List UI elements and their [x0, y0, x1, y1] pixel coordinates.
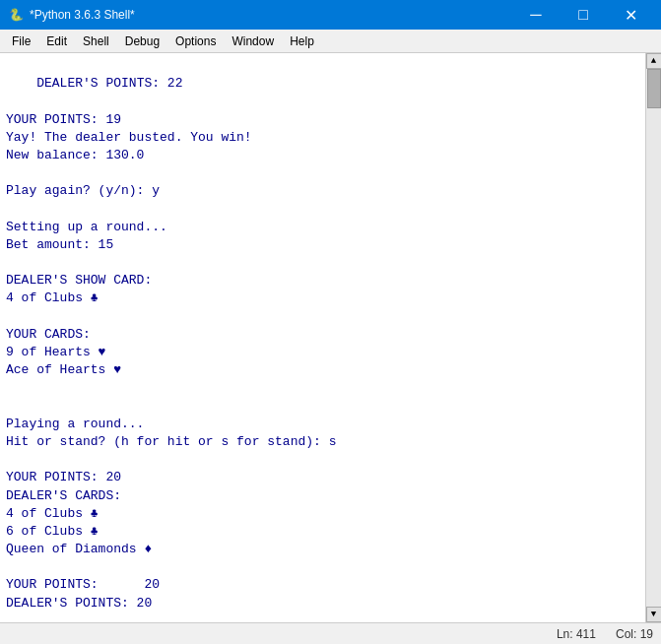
- line-number: Ln: 411: [557, 627, 596, 641]
- shell-output[interactable]: DEALER'S POINTS: 22 YOUR POINTS: 19 Yay!…: [0, 53, 645, 622]
- scroll-track[interactable]: [646, 69, 662, 607]
- window-controls: ─ □ ✕: [513, 3, 653, 27]
- menu-options[interactable]: Options: [167, 32, 224, 50]
- menu-bar: File Edit Shell Debug Options Window Hel…: [0, 30, 661, 53]
- python-icon: 🐍: [8, 7, 24, 23]
- menu-help[interactable]: Help: [282, 32, 322, 50]
- scroll-down-button[interactable]: ▼: [646, 607, 662, 622]
- menu-file[interactable]: File: [4, 32, 38, 50]
- menu-window[interactable]: Window: [224, 32, 282, 50]
- scroll-up-button[interactable]: ▲: [646, 53, 662, 69]
- minimize-button[interactable]: ─: [513, 3, 559, 27]
- window-title: *Python 3.6.3 Shell*: [30, 8, 135, 22]
- scroll-thumb[interactable]: [647, 69, 661, 108]
- title-bar: 🐍 *Python 3.6.3 Shell* ─ □ ✕: [0, 0, 661, 30]
- status-bar: Ln: 411 Col: 19: [0, 622, 661, 644]
- menu-edit[interactable]: Edit: [38, 32, 75, 50]
- menu-shell[interactable]: Shell: [75, 32, 117, 50]
- maximize-button[interactable]: □: [561, 3, 606, 27]
- menu-debug[interactable]: Debug: [117, 32, 167, 50]
- close-button[interactable]: ✕: [608, 3, 653, 27]
- shell-text: DEALER'S POINTS: 22 YOUR POINTS: 19 Yay!…: [6, 76, 336, 622]
- title-bar-left: 🐍 *Python 3.6.3 Shell*: [8, 7, 135, 23]
- column-number: Col: 19: [616, 627, 653, 641]
- content-wrapper: DEALER'S POINTS: 22 YOUR POINTS: 19 Yay!…: [0, 53, 661, 622]
- scrollbar[interactable]: ▲ ▼: [645, 53, 661, 622]
